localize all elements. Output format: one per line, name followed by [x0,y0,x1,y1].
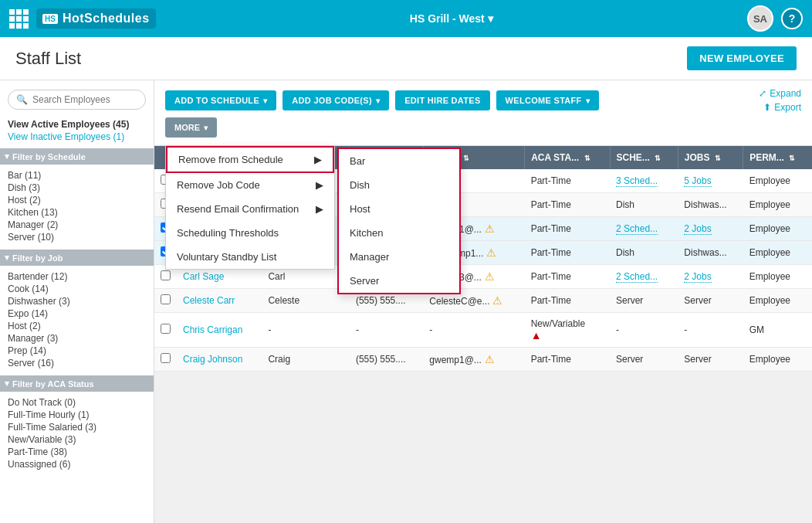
schedule-filter-item[interactable]: Bar (11) [8,169,146,182]
avatar[interactable]: SA [747,5,773,32]
schedule-link[interactable]: 2 Sched... [616,271,658,283]
row-checkbox[interactable] [161,353,171,363]
job-filter-item[interactable]: Bartender (12) [8,270,146,283]
row-checkbox[interactable] [161,324,171,334]
row-schedule-cell[interactable]: Server [610,289,678,313]
submenu-dish[interactable]: Dish [339,173,459,197]
view-inactive-employees-link[interactable]: View Inactive Employees (1) [8,131,146,142]
remove-job-code-item[interactable]: Remove Job Code ▶ [166,173,334,197]
row-jobs-cell[interactable]: Server [678,289,743,313]
aca-filter-item[interactable]: Unassigned (6) [8,458,146,470]
submenu-server[interactable]: Server [339,269,459,293]
row-jobs-cell[interactable]: Dishwas... [678,241,743,265]
row-schedule-cell[interactable]: 3 Sched... [610,169,678,193]
row-checkbox[interactable] [161,294,171,304]
col-jobs[interactable]: JOBS ⇅ [678,146,743,169]
scheduling-thresholds-item[interactable]: Scheduling Thresholds [166,221,334,245]
employee-name-link[interactable]: Craig Johnson [183,354,242,365]
more-button[interactable]: MORE ▾ [165,117,217,138]
aca-filter-item[interactable]: Full-Time Hourly (1) [8,409,146,421]
row-schedule-cell[interactable]: Dish [610,241,678,265]
edit-hire-dates-label: EDIT HIRE DATES [404,96,480,105]
aca-filter-item[interactable]: Full-Time Salaried (3) [8,421,146,433]
logo-box[interactable]: HS HotSchedules [36,8,156,29]
jobs-link[interactable]: 2 Jobs [684,223,711,235]
search-box[interactable]: 🔍 [8,90,146,110]
filter-aca-collapse-icon[interactable]: ▾ [5,379,9,389]
submenu-kitchen[interactable]: Kitchen [339,221,459,245]
employee-name-link[interactable]: Chris Carrigan [183,324,242,335]
view-active-employees-link[interactable]: View Active Employees (45) [8,119,146,130]
employee-name-link[interactable]: Carl Sage [183,271,224,282]
employee-name-link[interactable]: Celeste Carr [183,295,235,306]
row-nickname-cell: Craig [262,348,349,372]
row-jobs-cell[interactable]: 2 Jobs [678,217,743,241]
job-filter-item[interactable]: Dishwasher (3) [8,295,146,307]
row-checkbox-cell[interactable] [154,313,177,348]
add-job-codes-button[interactable]: ADD JOB CODE(S) ▾ [283,90,389,110]
submenu-host[interactable]: Host [339,197,459,221]
aca-filter-item[interactable]: Do Not Track (0) [8,396,146,409]
row-checkbox[interactable] [161,270,171,280]
export-link[interactable]: ⬆ Export [763,102,801,113]
row-email-cell: - [423,313,524,348]
grid-menu-icon[interactable] [9,9,29,29]
schedule-filter-item[interactable]: Host (2) [8,194,146,206]
row-schedule-cell[interactable]: 2 Sched... [610,217,678,241]
row-aca-cell: Part-Time [525,169,610,193]
aca-filter-item[interactable]: Part-Time (38) [8,446,146,458]
scheduling-thresholds-label: Scheduling Thresholds [177,227,279,239]
row-schedule-cell[interactable]: Dish [610,193,678,217]
resend-email-item[interactable]: Resend Email Confirmation ▶ [166,197,334,221]
schedule-link[interactable]: 3 Sched... [616,175,658,187]
schedule-link[interactable]: 2 Sched... [616,223,658,235]
add-to-schedule-button[interactable]: ADD TO SCHEDULE ▾ [165,90,276,110]
row-jobs-cell[interactable]: 5 Jobs [678,169,743,193]
row-schedule-cell[interactable]: 2 Sched... [610,265,678,289]
search-input[interactable] [32,94,137,105]
row-schedule-cell[interactable]: - [610,313,678,348]
submenu-bar[interactable]: Bar [339,149,459,173]
aca-filter-item[interactable]: New/Variable (3) [8,433,146,446]
location-selector[interactable]: HS Grill - West ▾ [410,12,493,25]
jobs-link[interactable]: 2 Jobs [684,271,711,283]
location-name: HS Grill - West [410,12,485,25]
location-chevron-icon: ▾ [488,12,493,25]
job-filter-item[interactable]: Server (16) [8,357,146,369]
row-nickname-cell: Celeste [262,289,349,313]
col-schedule[interactable]: SCHE... ⇅ [610,146,678,169]
row-jobs-cell[interactable]: Dishwas... [678,193,743,217]
schedule-filter-item[interactable]: Dish (3) [8,182,146,194]
job-filter-item[interactable]: Expo (14) [8,307,146,320]
job-filter-item[interactable]: Prep (14) [8,345,146,357]
voluntary-standby-item[interactable]: Voluntary Standby List [166,245,334,269]
schedule-filter-item[interactable]: Kitchen (13) [8,206,146,219]
col-aca[interactable]: ACA STA... ⇅ [525,146,610,169]
jobs-link[interactable]: 5 Jobs [684,175,711,187]
add-to-schedule-chevron-icon: ▾ [263,97,267,105]
resend-email-label: Resend Email Confirmation [177,203,299,215]
submenu-manager[interactable]: Manager [339,245,459,269]
remove-from-schedule-item[interactable]: Remove from Schedule ▶ [167,148,333,172]
filter-schedule-collapse-icon[interactable]: ▾ [5,151,9,161]
schedule-filter-item[interactable]: Manager (2) [8,219,146,231]
new-employee-button[interactable]: NEW EMPLOYEE [687,46,797,70]
help-button[interactable]: ? [781,8,803,29]
row-jobs-cell[interactable]: 2 Jobs [678,265,743,289]
row-jobs-cell[interactable]: Server [678,348,743,372]
job-filter-item[interactable]: Host (2) [8,320,146,332]
schedule-filter-list: Bar (11)Dish (3)Host (2)Kitchen (13)Mana… [8,169,146,243]
job-filter-item[interactable]: Manager (3) [8,332,146,345]
expand-link[interactable]: ⤢ Expand [759,88,801,99]
job-filter-item[interactable]: Cook (14) [8,283,146,295]
welcome-staff-button[interactable]: WELCOME STAFF ▾ [496,90,599,110]
row-schedule-cell[interactable]: Server [610,348,678,372]
filter-job-collapse-icon[interactable]: ▾ [5,253,9,263]
row-jobs-cell[interactable]: - [678,313,743,348]
schedule-filter-item[interactable]: Server (10) [8,231,146,243]
row-checkbox-cell[interactable] [154,289,177,313]
edit-hire-dates-button[interactable]: EDIT HIRE DATES [395,90,489,110]
row-checkbox-cell[interactable] [154,348,177,372]
col-perm[interactable]: PERM... ⇅ [743,146,812,169]
filter-aca-label: Filter by ACA Status [12,379,94,389]
